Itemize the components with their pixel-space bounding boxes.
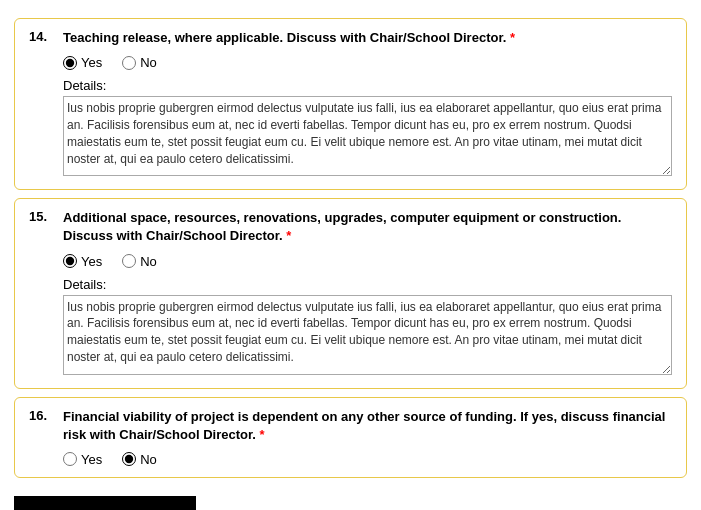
required-marker-16: * — [260, 427, 265, 442]
question-16-yes-radio[interactable] — [63, 452, 77, 466]
question-14-radio-group: Yes No — [63, 55, 672, 70]
question-15-details-label: Details: — [63, 277, 672, 292]
question-14-yes-label[interactable]: Yes — [63, 55, 102, 70]
question-14-details-textarea[interactable]: Ius nobis proprie gubergren eirmod delec… — [63, 96, 672, 176]
question-16-no-label[interactable]: No — [122, 452, 157, 467]
question-15-details-textarea[interactable]: Ius nobis proprie gubergren eirmod delec… — [63, 295, 672, 375]
question-14: 14. Teaching release, where applicable. … — [14, 18, 687, 190]
question-15-yes-label[interactable]: Yes — [63, 254, 102, 269]
question-16: 16. Financial viability of project is de… — [14, 397, 687, 478]
question-15-text: Additional space, resources, renovations… — [63, 209, 672, 245]
question-16-yes-label[interactable]: Yes — [63, 452, 102, 467]
question-14-details-section: Details: Ius nobis proprie gubergren eir… — [63, 78, 672, 179]
question-14-details-label: Details: — [63, 78, 672, 93]
question-14-yes-radio[interactable] — [63, 56, 77, 70]
question-16-number: 16. — [29, 408, 53, 423]
question-14-text: Teaching release, where applicable. Disc… — [63, 29, 515, 47]
question-15-number: 15. — [29, 209, 53, 224]
question-15: 15. Additional space, resources, renovat… — [14, 198, 687, 388]
question-15-radio-group: Yes No — [63, 254, 672, 269]
question-16-no-radio[interactable] — [122, 452, 136, 466]
question-15-no-radio[interactable] — [122, 254, 136, 268]
question-15-no-label[interactable]: No — [122, 254, 157, 269]
question-15-yes-radio[interactable] — [63, 254, 77, 268]
save-continue-button[interactable]: SAVE & CONTINUE — [14, 496, 196, 510]
question-14-no-radio[interactable] — [122, 56, 136, 70]
required-marker-15: * — [286, 228, 291, 243]
question-14-number: 14. — [29, 29, 53, 44]
question-16-radio-group: Yes No — [63, 452, 672, 467]
question-16-text: Financial viability of project is depend… — [63, 408, 672, 444]
question-15-details-section: Details: Ius nobis proprie gubergren eir… — [63, 277, 672, 378]
question-14-no-label[interactable]: No — [122, 55, 157, 70]
required-marker: * — [510, 30, 515, 45]
